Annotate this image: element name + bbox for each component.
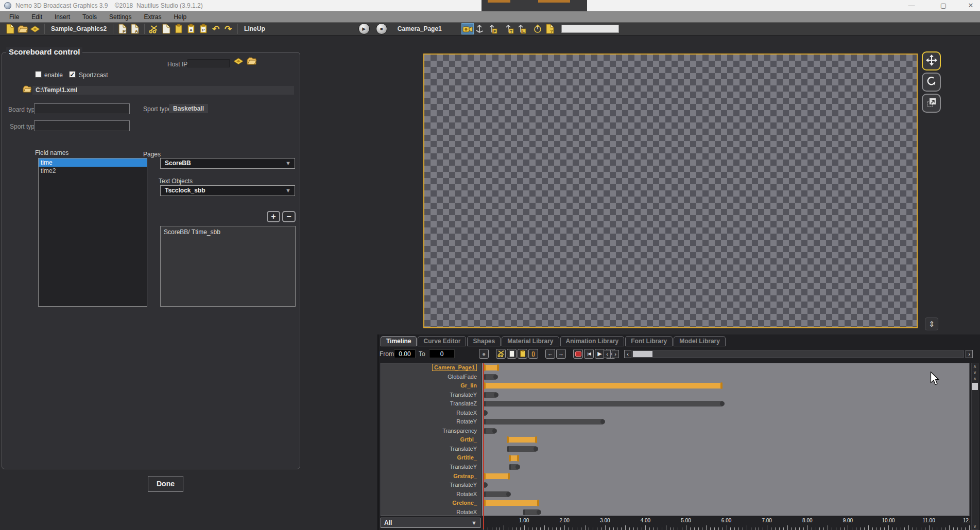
track-name-RotateX[interactable]: RotateX (381, 409, 480, 418)
vscrollbar-thumb[interactable] (972, 383, 978, 390)
menu-extras[interactable]: Extras (137, 11, 167, 23)
axis-l-icon[interactable]: L (515, 23, 527, 34)
track-name-Camera_Page1[interactable]: Camera_Page1 (381, 363, 480, 373)
done-button[interactable]: Done (148, 476, 183, 492)
track-name-TranslateY[interactable]: TranslateY (381, 445, 480, 454)
next-keyframe-button[interactable]: → (556, 349, 566, 359)
sport-type-input[interactable] (34, 120, 130, 131)
field-names-list[interactable]: timetime2 (38, 158, 147, 307)
track-name-TranslateY[interactable]: TranslateY (381, 463, 480, 472)
sportzcast-checkbox[interactable]: ✓ (69, 71, 76, 78)
track-name-RotateY[interactable]: RotateY (381, 417, 480, 427)
horizontal-scrollbar[interactable] (632, 350, 964, 358)
to-field[interactable]: 0 (429, 349, 455, 358)
hscrollbar-left-arrow[interactable]: ‹ (624, 350, 631, 358)
vscroll-bottom-arrow[interactable]: ∨ (972, 523, 978, 529)
tab-font-library[interactable]: Font Library (625, 336, 673, 346)
paste-a-icon[interactable]: A (185, 23, 197, 34)
toolbar-input[interactable] (561, 25, 619, 33)
go-start-button[interactable]: |◀ (584, 349, 594, 359)
track-bar-TranslateY[interactable] (484, 482, 486, 488)
open-config-icon[interactable] (246, 57, 257, 67)
enable-checkbox[interactable] (35, 71, 42, 78)
track-bar-GlobalFade[interactable] (484, 374, 496, 380)
vscroll-up-arrow2[interactable]: ∧ (972, 376, 978, 382)
add-mapping-button[interactable]: + (267, 211, 280, 222)
track-bar-RotateY[interactable] (484, 419, 604, 425)
tab-timeline[interactable]: Timeline (381, 336, 417, 346)
preview-canvas[interactable] (423, 54, 918, 328)
track-bar-RotateX[interactable] (523, 509, 540, 515)
menu-help[interactable]: Help (167, 11, 193, 23)
track-bar-Transparency[interactable] (484, 428, 495, 434)
track-name-TranslateY[interactable]: TranslateY (381, 481, 480, 490)
menu-file[interactable]: File (3, 11, 25, 23)
remove-mapping-button[interactable]: − (282, 211, 296, 222)
track-name-Gr_lin[interactable]: Gr_lin (381, 381, 480, 391)
track-name-Grtbl_[interactable]: Grtbl_ (381, 435, 480, 445)
scale-tool-button[interactable] (922, 94, 941, 113)
scroll-left-button[interactable]: ‹ (604, 350, 611, 358)
save-config-icon[interactable] (233, 57, 244, 67)
track-bar-TranslateY[interactable] (509, 464, 519, 470)
time-ruler[interactable]: 1.002.003.004.005.006.007.008.009.0010.0… (482, 517, 970, 530)
mappings-list[interactable]: ScoreBB/ Ttime_sbb (160, 226, 296, 307)
track-name-TranslateZ[interactable]: TranslateZ (381, 399, 480, 409)
orbit-icon[interactable] (531, 23, 544, 34)
track-bar-Camera_Page1[interactable] (484, 365, 498, 370)
track-bar-Grstrap_[interactable] (484, 473, 509, 479)
tab-model-library[interactable]: Model Library (674, 336, 726, 346)
cut-icon[interactable] (148, 23, 160, 34)
tab-shapes[interactable]: Shapes (467, 336, 501, 346)
vscroll-up-arrow[interactable]: ∧ (972, 363, 978, 369)
tab-material-library[interactable]: Material Library (502, 336, 559, 346)
track-bar-Grtitle_[interactable] (509, 455, 519, 461)
hscrollbar-right-arrow[interactable]: › (966, 350, 973, 358)
track-bars-area[interactable] (482, 363, 970, 516)
xml-path-field[interactable]: C:\Temp\1.xml (32, 86, 294, 95)
track-bar-RotateX[interactable] (484, 410, 486, 416)
host-ip-input[interactable] (187, 59, 230, 67)
vscroll-down-arrow[interactable]: ∨ (972, 369, 978, 376)
stop-button[interactable]: ■ (376, 23, 387, 34)
playhead-line[interactable] (483, 363, 484, 529)
track-bar-Grtbl_[interactable] (507, 437, 537, 443)
page-a-icon[interactable]: A (129, 23, 141, 34)
axis-f-icon[interactable]: F (486, 23, 498, 34)
track-name-Grclone_[interactable]: Grclone_ (381, 499, 480, 508)
paste-icon[interactable] (173, 23, 185, 34)
save-icon[interactable] (29, 23, 41, 34)
text-objects-dropdown[interactable]: Tscclock_sbb ▼ (160, 185, 295, 196)
field-name-item[interactable]: time2 (39, 167, 147, 175)
menu-edit[interactable]: Edit (25, 11, 48, 23)
paste-button[interactable] (518, 349, 527, 359)
record-button[interactable]: ● (479, 349, 489, 359)
track-filter-dropdown[interactable]: All ▼ (381, 518, 480, 528)
track-name-RotateX[interactable]: RotateX (381, 508, 480, 516)
track-name-TranslateY[interactable]: TranslateY (381, 391, 480, 400)
page-question-icon[interactable]: ? (544, 23, 556, 34)
page-p-icon[interactable]: P (116, 23, 129, 34)
camera-icon[interactable] (461, 23, 474, 34)
close-button[interactable]: ✕ (963, 0, 978, 11)
play-button[interactable]: ▶ (358, 23, 370, 34)
maximize-button[interactable]: ▢ (936, 0, 951, 11)
track-name-GlobalFade[interactable]: GlobalFade (381, 373, 480, 382)
minimize-button[interactable]: — (904, 0, 919, 11)
copy-button[interactable] (507, 349, 517, 359)
cut-button[interactable] (496, 349, 506, 359)
xml-folder-icon[interactable] (22, 85, 32, 95)
board-type-input[interactable] (34, 103, 130, 114)
track-bar-TranslateZ[interactable] (484, 401, 723, 407)
tab-curve-editor[interactable]: Curve Editor (418, 336, 466, 346)
track-bar-TranslateY[interactable] (484, 392, 497, 398)
track-bar-Gr_lin[interactable] (484, 383, 722, 388)
track-name-RotateX[interactable]: RotateX (381, 490, 480, 499)
track-name-Grtitle_[interactable]: Grtitle_ (381, 453, 480, 463)
move-tool-button[interactable] (922, 51, 941, 70)
mapping-item[interactable]: ScoreBB/ Ttime_sbb (164, 228, 292, 236)
canvas-resize-button[interactable]: ⇕ (925, 317, 938, 330)
redo-icon[interactable]: ↷ (222, 23, 234, 34)
track-bar-Grclone_[interactable] (484, 500, 539, 506)
track-bar-TranslateY[interactable] (507, 446, 537, 452)
